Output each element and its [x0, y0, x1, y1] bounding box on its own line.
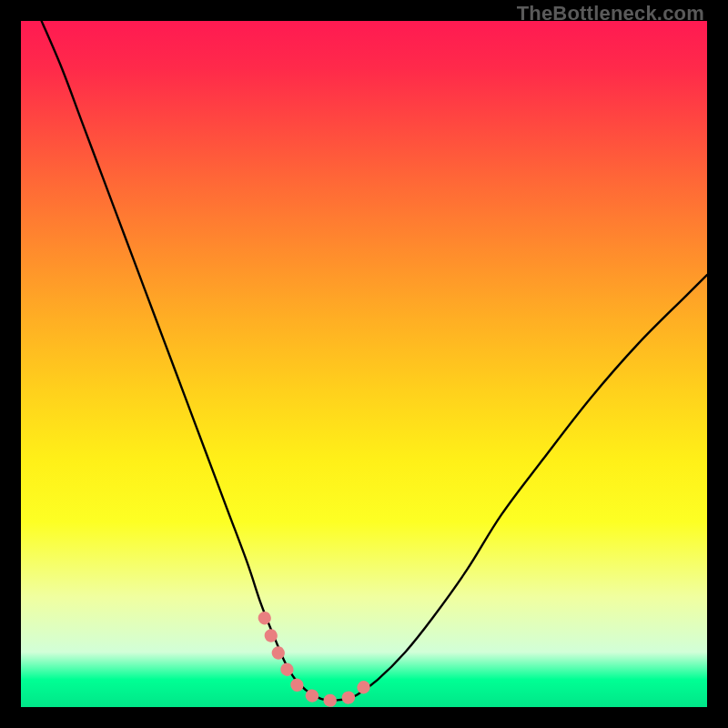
bottleneck-curve-path — [42, 21, 707, 701]
bottleneck-chart — [21, 21, 707, 707]
highlight-segment-path — [265, 618, 368, 701]
